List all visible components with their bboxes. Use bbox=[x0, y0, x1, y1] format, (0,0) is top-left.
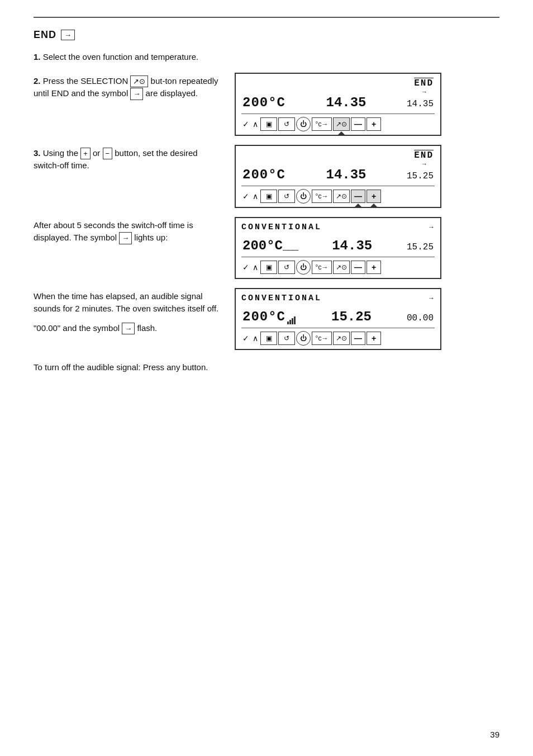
panel3-time-main: 14.35 bbox=[332, 238, 372, 253]
refresh-btn4[interactable]: ↺ bbox=[278, 332, 295, 345]
panel1-temp: 200°C bbox=[242, 95, 285, 110]
note3-content: "00.00" and the symbol → flash. bbox=[34, 322, 223, 335]
note4-text: To turn off the audible signal: Press an… bbox=[34, 359, 223, 374]
step3-number: 3. bbox=[34, 148, 41, 158]
check-btn3[interactable]: ✓ bbox=[241, 263, 250, 272]
refresh-btn2[interactable]: ↺ bbox=[278, 190, 295, 203]
selection-btn4[interactable]: ↗⊙ bbox=[333, 332, 350, 345]
panel1-time-main: 14.35 bbox=[326, 95, 366, 110]
note4-block: To turn off the audible signal: Press an… bbox=[34, 359, 499, 374]
bar-chart-icon bbox=[287, 316, 296, 324]
check-btn2[interactable]: ✓ bbox=[241, 192, 250, 201]
celsius-btn4[interactable]: °c→ bbox=[312, 332, 332, 345]
end-title: END bbox=[34, 29, 56, 41]
minus-btn3[interactable]: — bbox=[351, 261, 365, 274]
tv-btn4[interactable]: ▣ bbox=[260, 332, 277, 345]
panel2-middle: 200°C 14.35 15.25 bbox=[241, 167, 435, 182]
selection-btn-active[interactable]: ↗⊙ bbox=[333, 117, 350, 131]
step3-block: 3. Using the + or − button, set the desi… bbox=[34, 145, 499, 208]
check-btn[interactable]: ✓ bbox=[241, 120, 250, 129]
panel3-buttons: ✓ ∧ ▣ ↺ ⏻ °c→ ↗⊙ — + bbox=[241, 257, 435, 275]
panel1: END → 200°C 14.35 14.35 ✓ ∧ ▣ ↺ ⏻ °c bbox=[235, 73, 441, 136]
selection-btn2[interactable]: ↗⊙ bbox=[333, 190, 350, 203]
plus-btn[interactable]: + bbox=[367, 117, 381, 131]
arrow-symbol-inline: → bbox=[130, 88, 143, 100]
celsius-btn[interactable]: °c→ bbox=[312, 117, 332, 131]
step3-display: END → 200°C 14.35 15.25 ✓ ∧ ▣ ↺ ⏻ °c bbox=[235, 145, 499, 208]
note2-display: CONVENTIONAL → 200°C 15.25 bbox=[235, 288, 499, 350]
panel4-time-main: 15.25 bbox=[331, 309, 372, 324]
panel3-middle: 200°C___ 14.35 15.25 bbox=[241, 238, 435, 253]
panel3-arrow: → bbox=[428, 223, 435, 231]
note2-block: When the time has elapsed, an audible si… bbox=[34, 288, 499, 350]
minus-btn[interactable]: — bbox=[351, 117, 365, 131]
note1-text: After about 5 seconds the switch-off tim… bbox=[34, 217, 223, 244]
panel4-mode: CONVENTIONAL bbox=[241, 294, 322, 303]
step2-number: 2. bbox=[34, 76, 41, 86]
power-btn[interactable]: ⏻ bbox=[296, 117, 311, 131]
panel2-time-main: 14.35 bbox=[326, 167, 366, 182]
power-btn4[interactable]: ⏻ bbox=[296, 331, 311, 346]
tv-btn3[interactable]: ▣ bbox=[260, 261, 277, 274]
tv-btn[interactable]: ▣ bbox=[260, 117, 277, 131]
step1-content: Select the oven function and temperature… bbox=[43, 52, 199, 62]
panel4-time-end: 00.00 bbox=[407, 313, 434, 324]
power-btn3[interactable]: ⏻ bbox=[296, 260, 311, 275]
panel1-arrow-indicator: → bbox=[421, 88, 427, 95]
step1-text: 1. Select the oven function and temperat… bbox=[34, 49, 223, 64]
check-btn4[interactable]: ✓ bbox=[241, 334, 250, 343]
plus-box: + bbox=[80, 148, 91, 160]
minus-btn4[interactable]: — bbox=[351, 332, 365, 345]
top-border bbox=[34, 17, 499, 18]
panel4-temp-val: 200°C bbox=[242, 309, 285, 324]
panel2: END → 200°C 14.35 15.25 ✓ ∧ ▣ ↺ ⏻ °c bbox=[235, 145, 441, 208]
page-number: 39 bbox=[490, 730, 499, 739]
up-btn[interactable]: ∧ bbox=[251, 120, 259, 129]
power-btn2[interactable]: ⏻ bbox=[296, 189, 311, 204]
celsius-btn3[interactable]: °c→ bbox=[312, 261, 332, 274]
plus-btn-active[interactable]: + bbox=[367, 190, 381, 203]
panel4-header: CONVENTIONAL → bbox=[241, 294, 435, 309]
panel4-buttons: ✓ ∧ ▣ ↺ ⏻ °c→ ↗⊙ — + bbox=[241, 328, 435, 346]
note4-content: To turn off the audible signal: Press an… bbox=[34, 361, 223, 374]
arrow-box-note3: → bbox=[122, 323, 135, 335]
tv-btn2[interactable]: ▣ bbox=[260, 190, 277, 203]
panel3: CONVENTIONAL → 200°C___ 14.35 15.25 ✓ ∧ … bbox=[235, 217, 441, 279]
selection-btn3[interactable]: ↗⊙ bbox=[333, 261, 350, 274]
celsius-btn2[interactable]: °c→ bbox=[312, 190, 332, 203]
page: END → 1. Select the oven function and te… bbox=[0, 0, 533, 756]
panel2-buttons: ✓ ∧ ▣ ↺ ⏻ °c→ ↗⊙ — + bbox=[241, 186, 435, 204]
minus-box: − bbox=[103, 148, 113, 160]
panel1-middle: 200°C 14.35 14.35 bbox=[241, 95, 435, 110]
panel1-header: END → bbox=[241, 78, 435, 95]
panel2-header: END → bbox=[241, 150, 435, 167]
panel2-time-end: 15.25 bbox=[407, 171, 434, 182]
up-btn4[interactable]: ∧ bbox=[251, 334, 259, 343]
panel2-arrow-indicator: → bbox=[421, 160, 427, 167]
panel3-temp: 200°C___ bbox=[242, 238, 297, 253]
panel1-mode: END bbox=[414, 78, 434, 88]
panel2-temp: 200°C bbox=[242, 167, 285, 182]
step1-block: 1. Select the oven function and temperat… bbox=[34, 49, 499, 64]
plus-btn3[interactable]: + bbox=[367, 261, 381, 274]
step1-number: 1. bbox=[34, 52, 41, 62]
note1-display: CONVENTIONAL → 200°C___ 14.35 15.25 ✓ ∧ … bbox=[235, 217, 499, 279]
end-symbol-box: → bbox=[61, 30, 75, 40]
plus-btn4[interactable]: + bbox=[367, 332, 381, 345]
step2-block: 2. Press the SELECTION ↗⊙ but-ton repeat… bbox=[34, 73, 499, 136]
panel3-time-end: 15.25 bbox=[407, 242, 434, 253]
up-btn2[interactable]: ∧ bbox=[251, 192, 259, 201]
refresh-btn3[interactable]: ↺ bbox=[278, 261, 295, 274]
refresh-btn[interactable]: ↺ bbox=[278, 117, 295, 131]
panel4-middle: 200°C 15.25 00.00 bbox=[241, 309, 435, 324]
panel1-time-end: 14.35 bbox=[407, 99, 434, 110]
panel4-temp: 200°C bbox=[242, 309, 296, 324]
panel4: CONVENTIONAL → 200°C 15.25 bbox=[235, 288, 441, 350]
step3-text: 3. Using the + or − button, set the desi… bbox=[34, 145, 223, 172]
up-btn3[interactable]: ∧ bbox=[251, 263, 259, 272]
minus-btn-active[interactable]: — bbox=[351, 190, 365, 203]
step2-text: 2. Press the SELECTION ↗⊙ but-ton repeat… bbox=[34, 73, 223, 100]
arrow-box-note1: → bbox=[119, 232, 132, 244]
panel3-header: CONVENTIONAL → bbox=[241, 223, 435, 238]
end-header: END → bbox=[34, 29, 499, 41]
